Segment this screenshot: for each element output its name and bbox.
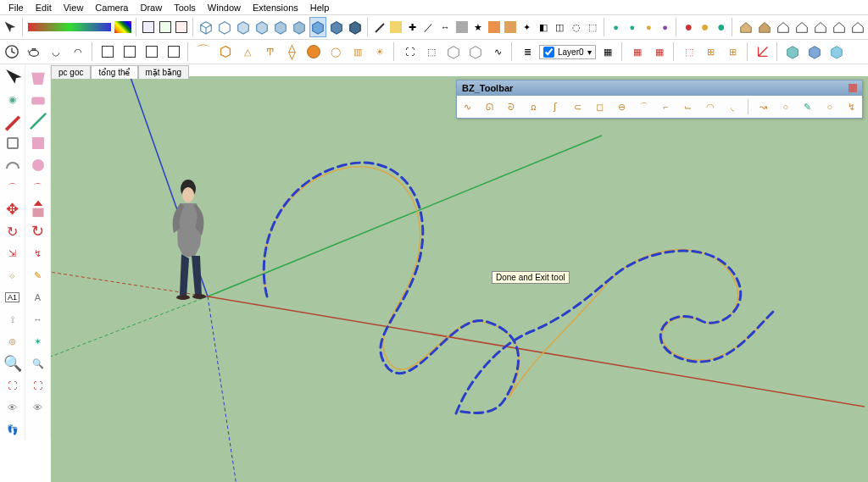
move-gizmo-icon[interactable]: ✥ xyxy=(2,199,24,219)
menu-view[interactable]: View xyxy=(58,3,89,13)
lamp1-icon[interactable]: ◡ xyxy=(46,42,66,62)
clock-icon[interactable] xyxy=(2,42,22,62)
orange2-icon[interactable] xyxy=(504,17,518,37)
hex-icon[interactable] xyxy=(215,42,236,62)
bz-titlebar[interactable]: BZ_Toolbar xyxy=(457,80,862,96)
style-hidden-icon[interactable] xyxy=(216,17,233,37)
arrow-select-icon[interactable] xyxy=(2,67,24,87)
circle-pink-icon[interactable] xyxy=(27,155,49,175)
viewport-3d[interactable]: BZ_Toolbar ∿ ᘏ ᘐ ᘯ ʃ ⊂ ◻ ⊖ ⌒ ⌐ ⌙ ◠ ◟ ↝ ○… xyxy=(51,76,868,482)
style-shade2-icon[interactable] xyxy=(253,17,270,37)
style-shade-icon[interactable] xyxy=(235,17,252,37)
position-cam-icon[interactable]: 👁 xyxy=(27,397,49,418)
paint-icon[interactable]: ⟐ xyxy=(2,265,24,285)
pencil-red-icon[interactable] xyxy=(2,111,24,131)
bz-tool-13-icon[interactable]: ◟ xyxy=(726,99,739,114)
house2-icon[interactable] xyxy=(793,17,810,37)
arch-icon[interactable]: ☀ xyxy=(370,42,390,62)
style-darker-icon[interactable] xyxy=(347,17,364,37)
bz-tool-3-icon[interactable]: ᘐ xyxy=(504,99,518,114)
square-pink-icon[interactable] xyxy=(27,133,49,153)
warehouse-send-icon[interactable] xyxy=(756,17,773,37)
style-tex-icon[interactable] xyxy=(272,17,289,37)
layer-dropdown[interactable]: Layer0 ▾ xyxy=(539,45,596,59)
warehouse-get-icon[interactable] xyxy=(737,17,754,37)
style-active-icon[interactable] xyxy=(309,17,326,37)
purple-icon[interactable]: ● xyxy=(658,17,672,37)
green-circle-icon[interactable]: ● xyxy=(714,17,728,37)
bz-tool-5-icon[interactable]: ʃ xyxy=(548,99,562,114)
iso-a-icon[interactable] xyxy=(465,42,486,62)
arc-tool-icon[interactable]: ⌒ xyxy=(2,177,24,197)
menu-camera[interactable]: Camera xyxy=(90,3,133,13)
frame-icon[interactable] xyxy=(443,42,464,62)
thumb3-icon[interactable] xyxy=(174,17,188,37)
zoom-ext-icon[interactable]: ⛶ xyxy=(2,375,24,396)
orbit-icon[interactable]: 🔍 xyxy=(2,353,24,374)
pan-icon[interactable]: 🔍 xyxy=(27,353,49,374)
sun-o-icon[interactable]: ⟠ xyxy=(281,42,302,62)
bz-tool-10-icon[interactable]: ⌐ xyxy=(659,99,673,114)
zoom-window-icon[interactable]: ⛶ xyxy=(27,375,49,396)
bz-close-icon[interactable] xyxy=(849,84,857,92)
render-icon[interactable]: ⬚ xyxy=(421,42,442,62)
blue-box-icon[interactable] xyxy=(804,42,825,62)
axis-icon[interactable] xyxy=(753,42,773,62)
style-mono-icon[interactable] xyxy=(291,17,308,37)
menu-help[interactable]: Help xyxy=(305,3,335,13)
box-a-icon[interactable] xyxy=(97,42,118,62)
menu-draw[interactable]: Draw xyxy=(135,3,167,13)
layers-icon[interactable]: ≣ xyxy=(517,42,537,62)
hide-icon[interactable]: ◌ xyxy=(569,17,583,37)
iso-icon[interactable]: ⬚ xyxy=(585,17,599,37)
param-icon[interactable]: △ xyxy=(237,42,258,62)
layer-visible-checkbox[interactable] xyxy=(543,47,554,58)
tape-icon[interactable]: ⟟ xyxy=(2,309,24,330)
dimtool-icon[interactable]: ↔ xyxy=(438,17,453,37)
gray-tool-icon[interactable] xyxy=(454,17,469,37)
section-icon[interactable]: ◫ xyxy=(553,17,567,37)
move-red-icon[interactable]: ↻ xyxy=(27,221,49,241)
bz-tool-16-icon[interactable]: ✎ xyxy=(801,99,815,114)
box-c-icon[interactable] xyxy=(142,42,162,62)
lamp2-icon[interactable]: ◠ xyxy=(68,42,88,62)
select-icon[interactable] xyxy=(2,17,19,37)
edgetool-icon[interactable] xyxy=(372,17,387,37)
style-dark-icon[interactable] xyxy=(328,17,345,37)
bz-tool-11-icon[interactable]: ⌙ xyxy=(682,99,695,114)
text-icon[interactable]: A1 xyxy=(2,287,24,307)
rotate-icon[interactable]: ↻ xyxy=(2,221,24,241)
yellow-circle-icon[interactable]: ● xyxy=(698,17,712,37)
house3-icon[interactable] xyxy=(812,17,829,37)
box-b-icon[interactable] xyxy=(120,42,140,62)
offset2-icon[interactable]: ⊚ xyxy=(2,331,24,352)
bezier-curve[interactable] xyxy=(264,163,773,413)
curve-o-icon[interactable]: ⌒ xyxy=(193,42,214,62)
arc-red-icon[interactable]: ⌒ xyxy=(27,177,49,197)
grid-a-icon[interactable]: ▦ xyxy=(627,42,648,62)
group-a-icon[interactable]: ⊞ xyxy=(701,42,721,62)
bz-tool-14-icon[interactable]: ↝ xyxy=(757,99,771,114)
bz-tool-12-icon[interactable]: ◠ xyxy=(704,99,717,114)
line-green-icon[interactable] xyxy=(27,111,49,131)
section-plane-icon[interactable]: 👁 xyxy=(2,397,24,418)
wave-icon[interactable]: ∿ xyxy=(487,42,508,62)
house1-icon[interactable] xyxy=(775,17,792,37)
teapot-icon[interactable] xyxy=(24,42,44,62)
bz-tool-15-icon[interactable]: ○ xyxy=(779,99,793,114)
dim-icon[interactable]: ↔ xyxy=(27,309,49,330)
offset-o-icon[interactable]: Ͳ xyxy=(259,42,280,62)
pushpull-icon[interactable] xyxy=(27,199,49,219)
walk-icon[interactable]: 👣 xyxy=(2,419,24,440)
fence-icon[interactable]: ▥ xyxy=(348,42,368,62)
shape-b-icon[interactable] xyxy=(2,133,24,153)
bz-tool-18-icon[interactable]: ↯ xyxy=(845,99,859,114)
menu-extensions[interactable]: Extensions xyxy=(248,3,303,13)
grid-b-icon[interactable]: ▦ xyxy=(649,42,670,62)
group-b-icon[interactable]: ⊞ xyxy=(723,42,743,62)
slash-icon[interactable]: ／ xyxy=(421,17,436,37)
lasso-icon[interactable]: ◉ xyxy=(2,89,24,109)
explode-icon[interactable]: ✦ xyxy=(520,17,534,37)
bz-tool-7-icon[interactable]: ◻ xyxy=(593,99,606,114)
spot-icon[interactable]: ⛶ xyxy=(399,42,420,62)
